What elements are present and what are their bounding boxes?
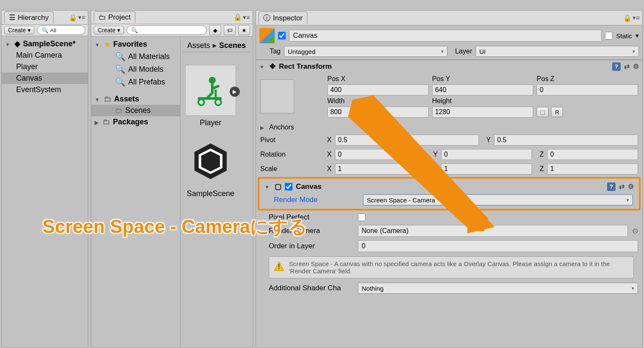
posz-field[interactable] (537, 84, 638, 95)
chevron-down-icon: ▾ (117, 27, 120, 34)
gameobject-icon[interactable] (259, 28, 275, 43)
order-field[interactable] (358, 240, 638, 252)
hierarchy-item[interactable]: EventSystem (2, 84, 88, 95)
blueprint-button[interactable]: ⬚ (537, 107, 548, 117)
pivot-y-field[interactable] (494, 135, 638, 146)
scale-y-field[interactable] (441, 163, 532, 174)
asset-item[interactable]: SampleScene (183, 136, 238, 198)
chevron-right-icon: ▸ (213, 41, 217, 50)
project-tab[interactable]: 🗀 Project (94, 11, 135, 23)
foldout-icon[interactable] (95, 95, 101, 104)
foldout-icon[interactable] (264, 182, 271, 191)
favorite-button[interactable]: ★ (238, 25, 250, 35)
search-input[interactable]: 🔍 (127, 25, 207, 35)
assets-row[interactable]: 🗀Assets (91, 93, 180, 105)
anchor-preset-button[interactable] (260, 79, 294, 113)
component-enabled-checkbox[interactable] (285, 183, 292, 191)
panel-menu-icon[interactable]: ▾≡ (78, 14, 85, 21)
chevron-down-icon: ▾ (633, 49, 635, 54)
rot-y-field[interactable] (441, 149, 532, 160)
filter-label-button[interactable]: 🏷 (224, 25, 236, 35)
lock-icon[interactable]: 🔒 (69, 14, 77, 22)
lock-icon[interactable]: 🔒 (233, 13, 242, 21)
pivot-x-field[interactable] (335, 135, 479, 146)
scale-label: Scale (260, 165, 320, 173)
width-field[interactable] (327, 107, 429, 118)
folder-item-selected[interactable]: 🗀Scenes (91, 105, 180, 116)
raw-edit-button[interactable]: R (551, 107, 563, 117)
packages-row[interactable]: 🗀Packages (91, 116, 180, 128)
star-icon: ★ (104, 39, 111, 49)
project-panel: 🗀 Project 🔒 ▾≡ Create▾ 🔍 ◆ 🏷 ★ ★Favorite… (91, 10, 253, 348)
height-field[interactable] (432, 107, 534, 118)
inspector-tab[interactable]: ⓘ Inspector (259, 11, 307, 24)
breadcrumb-item[interactable]: Assets (187, 41, 210, 50)
create-button[interactable]: Create▾ (4, 26, 34, 34)
component-title: Canvas (296, 182, 604, 191)
panel-menu-icon[interactable]: ▾≡ (243, 14, 250, 21)
foldout-icon[interactable] (5, 39, 12, 48)
create-button[interactable]: Create▾ (94, 26, 124, 34)
posy-field[interactable] (432, 84, 534, 95)
breadcrumb-active[interactable]: Scenes (219, 41, 246, 50)
gear-icon[interactable]: ⚙ (633, 62, 639, 70)
foldout-icon[interactable] (260, 123, 266, 131)
filter-type-button[interactable]: ◆ (209, 25, 221, 35)
favorite-item[interactable]: 🔍All Prefabs (91, 76, 180, 88)
width-label: Width (327, 97, 429, 105)
chevron-down-icon[interactable]: ▾ (636, 32, 639, 39)
folder-icon: 🗀 (98, 13, 106, 22)
favorites-row[interactable]: ★Favorites (91, 38, 180, 50)
favorite-item[interactable]: 🔍All Models (91, 63, 180, 76)
rot-x-field[interactable] (335, 149, 426, 160)
name-field[interactable] (289, 30, 602, 42)
anchors-label: Anchors (269, 123, 329, 131)
gear-icon[interactable]: ⚙ (628, 182, 634, 191)
preset-icon[interactable]: ⇄ (624, 62, 630, 70)
info-icon: ⓘ (263, 13, 270, 23)
svg-text:!: ! (278, 263, 280, 270)
inspector-title: Inspector (273, 14, 303, 22)
panel-menu-icon[interactable]: ▾≡ (633, 14, 640, 22)
hierarchy-item-selected[interactable]: Canvas (2, 73, 88, 84)
info-box: ! Screen Space - A canvas with no specif… (269, 256, 634, 278)
rotation-label: Rotation (260, 151, 320, 158)
hierarchy-panel: ☰ Hierarchy 🔒 ▾≡ Create▾ 🔍All ◆ SampleSc… (1, 10, 88, 348)
pixel-perfect-checkbox[interactable] (358, 213, 366, 221)
unity-logo-icon: ◆ (14, 39, 20, 48)
help-icon[interactable]: ? (612, 62, 621, 71)
shader-channels-dropdown[interactable]: Nothing▾ (358, 283, 638, 294)
asset-item[interactable]: ▶ Player (183, 65, 238, 127)
foldout-icon[interactable] (95, 40, 101, 49)
foldout-icon[interactable] (95, 118, 100, 126)
lock-icon[interactable]: 🔒 (623, 14, 632, 22)
hierarchy-tab[interactable]: ☰ Hierarchy (4, 11, 53, 23)
scale-x-field[interactable] (335, 163, 426, 174)
static-checkbox[interactable] (605, 32, 613, 39)
render-camera-field[interactable]: None (Camera) (358, 225, 628, 237)
tag-dropdown[interactable]: Untagged▾ (284, 46, 447, 57)
hierarchy-icon: ☰ (9, 13, 15, 22)
help-icon[interactable]: ? (607, 182, 616, 191)
chevron-down-icon: ▾ (632, 286, 634, 291)
scale-z-field[interactable] (547, 163, 638, 174)
posx-field[interactable] (327, 84, 429, 95)
posx-label: Pos X (327, 75, 429, 83)
render-mode-dropdown[interactable]: Screen Space - Camera▾ (363, 194, 633, 205)
object-picker-icon[interactable]: ⊙ (632, 227, 638, 236)
foldout-icon[interactable] (259, 62, 266, 71)
search-input[interactable]: 🔍All (37, 25, 85, 35)
search-icon: 🔍 (115, 77, 126, 87)
rot-z-field[interactable] (547, 149, 638, 160)
scene-row[interactable]: ◆ SampleScene* (2, 38, 88, 50)
posz-label: Pos Z (537, 75, 638, 83)
order-label: Order in Layer (269, 242, 354, 250)
layer-dropdown[interactable]: UI▾ (475, 46, 639, 57)
favorite-item[interactable]: 🔍All Materials (91, 50, 180, 63)
pixel-perfect-label: Pixel Perfect (269, 213, 354, 222)
hierarchy-item[interactable]: Main Camera (2, 50, 88, 61)
hierarchy-item[interactable]: Player (2, 61, 88, 73)
preset-icon[interactable]: ⇄ (619, 182, 624, 191)
scene-name: SampleScene* (23, 39, 76, 48)
active-checkbox[interactable] (278, 32, 286, 39)
